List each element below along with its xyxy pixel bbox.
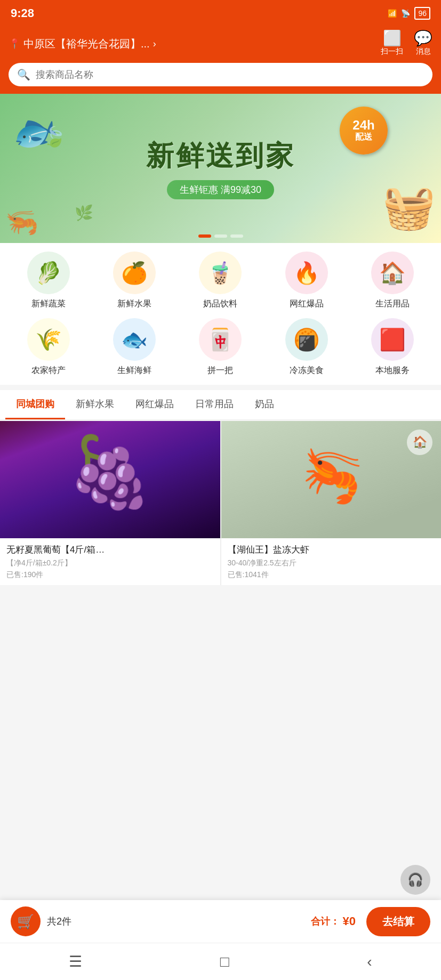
header-actions: ⬜ 扫一扫 💬 消息 — [381, 31, 432, 56]
cart-count: 共2件 — [47, 915, 311, 928]
chevron-right-icon: › — [153, 38, 156, 50]
checkout-button[interactable]: 去结算 — [366, 907, 430, 936]
cart-total-value: ¥0 — [343, 914, 356, 928]
product-name-0: 无籽夏黑葡萄【4斤/箱… — [6, 544, 214, 556]
search-input[interactable] — [36, 69, 424, 80]
tab-4[interactable]: 奶品 — [244, 390, 285, 419]
banner-title: 新鲜送到家 — [146, 137, 295, 175]
category-item-5[interactable]: 🌾 农家特产 — [5, 318, 91, 376]
banner[interactable]: 🐟 🍃 🌿 新鲜送到家 生鲜钜惠 满99减30 24h 配送 🧺 🦐 — [0, 94, 441, 243]
category-icon-9: 🟥 — [371, 318, 414, 361]
product-sub-1: 30-40/净重2.5左右斤 — [228, 558, 435, 568]
product-sales-0: 已售:190件 — [6, 570, 214, 580]
header: 📍 中原区【裕华光合花园】... › ⬜ 扫一扫 💬 消息 — [0, 27, 441, 63]
category-icon-1: 🍊 — [113, 252, 156, 294]
tab-2[interactable]: 网红爆品 — [125, 390, 185, 419]
category-label-6: 生鲜海鲜 — [117, 365, 151, 376]
product-card-1[interactable]: 🏠 【湖仙王】盐冻大虾 30-40/净重2.5左右斤 已售:1041件 — [221, 421, 442, 585]
category-item-1[interactable]: 🍊 新鲜水果 — [91, 252, 177, 310]
banner-badge-bottom: 配送 — [355, 132, 372, 143]
cart-total-label: 合计： — [311, 915, 340, 928]
category-icon-5: 🌾 — [27, 318, 70, 361]
category-label-2: 奶品饮料 — [203, 298, 237, 310]
menu-button[interactable]: ☰ — [53, 947, 98, 976]
category-item-2[interactable]: 🧋 奶品饮料 — [178, 252, 263, 310]
status-time: 9:28 — [11, 6, 34, 20]
tab-3[interactable]: 日常用品 — [185, 390, 244, 419]
message-button[interactable]: 💬 消息 — [414, 31, 432, 56]
product-info-0: 无籽夏黑葡萄【4斤/箱… 【净4斤/箱±0.2斤】 已售:190件 — [0, 538, 220, 585]
category-icon-7: 🀄 — [199, 318, 242, 361]
category-label-4: 生活用品 — [375, 298, 410, 310]
category-label-3: 网红爆品 — [290, 298, 324, 310]
product-home-icon-1: 🏠 — [407, 430, 432, 455]
category-icon-4: 🏠 — [371, 252, 414, 294]
search-icon: 🔍 — [17, 68, 30, 81]
location-pin-icon: 📍 — [9, 38, 20, 50]
category-label-5: 农家特产 — [31, 365, 66, 376]
battery-icon: 96 — [414, 7, 430, 20]
signal-icon: 📶 — [388, 9, 397, 18]
scan-label: 扫一扫 — [381, 47, 403, 56]
category-item-3[interactable]: 🔥 网红爆品 — [263, 252, 349, 310]
location-row[interactable]: 📍 中原区【裕华光合花园】... › — [9, 37, 381, 51]
category-label-8: 冷冻美食 — [290, 365, 324, 376]
category-item-7[interactable]: 🀄 拼一把 — [178, 318, 263, 376]
product-card-0[interactable]: 无籽夏黑葡萄【4斤/箱… 【净4斤/箱±0.2斤】 已售:190件 — [0, 421, 220, 585]
cart-icon: 🛒 — [11, 906, 41, 936]
banner-leaf1-icon: 🍃 — [43, 126, 67, 148]
category-item-9[interactable]: 🟥 本地服务 — [350, 318, 436, 376]
category-icon-6: 🐟 — [113, 318, 156, 361]
back-button[interactable]: ‹ — [351, 948, 388, 976]
category-icon-8: 🍘 — [285, 318, 328, 361]
banner-shrimp-icon: 🦐 — [5, 207, 38, 238]
products-grid: 无籽夏黑葡萄【4斤/箱… 【净4斤/箱±0.2斤】 已售:190件 🏠 【湖仙王… — [0, 421, 441, 585]
message-label: 消息 — [416, 47, 431, 56]
banner-dots — [198, 234, 243, 238]
location-text: 中原区【裕华光合花园】... — [23, 37, 150, 51]
product-sub-0: 【净4斤/箱±0.2斤】 — [6, 558, 214, 568]
category-item-4[interactable]: 🏠 生活用品 — [350, 252, 436, 310]
status-icons: 📶 📡 96 — [388, 7, 430, 20]
banner-leaf2-icon: 🌿 — [75, 204, 93, 222]
product-info-1: 【湖仙王】盐冻大虾 30-40/净重2.5左右斤 已售:1041件 — [221, 538, 442, 585]
scan-button[interactable]: ⬜ 扫一扫 — [381, 31, 403, 56]
product-image-1: 🏠 — [221, 421, 442, 538]
status-bar: 9:28 📶 📡 96 — [0, 0, 441, 27]
category-label-9: 本地服务 — [375, 365, 410, 376]
category-label-7: 拼一把 — [207, 365, 233, 376]
scan-icon: ⬜ — [383, 31, 402, 46]
search-container: 🔍 — [0, 63, 441, 94]
category-item-6[interactable]: 🐟 生鲜海鲜 — [91, 318, 177, 376]
category-grid: 🥬 新鲜蔬菜 🍊 新鲜水果 🧋 奶品饮料 🔥 网红爆品 🏠 生活用品 🌾 农家特… — [5, 252, 436, 376]
cart-bar: 🛒 共2件 合计： ¥0 去结算 — [0, 900, 441, 943]
tabs-container: 同城团购新鲜水果网红爆品日常用品奶品 — [0, 390, 441, 420]
tab-0[interactable]: 同城团购 — [5, 390, 65, 419]
category-item-0[interactable]: 🥬 新鲜蔬菜 — [5, 252, 91, 310]
category-icon-0: 🥬 — [27, 252, 70, 294]
home-button[interactable]: □ — [204, 948, 245, 976]
banner-dot-3 — [230, 234, 243, 238]
headset-button[interactable]: 🎧 — [400, 865, 430, 895]
wifi-icon: 📡 — [401, 9, 410, 18]
product-name-1: 【湖仙王】盐冻大虾 — [228, 544, 435, 556]
category-label-1: 新鲜水果 — [117, 298, 151, 310]
message-icon: 💬 — [414, 31, 432, 46]
banner-content: 新鲜送到家 生鲜钜惠 满99减30 — [146, 137, 295, 199]
banner-subtitle: 生鲜钜惠 满99减30 — [167, 180, 274, 199]
category-label-0: 新鲜蔬菜 — [31, 298, 66, 310]
category-section: 🥬 新鲜蔬菜 🍊 新鲜水果 🧋 奶品饮料 🔥 网红爆品 🏠 生活用品 🌾 农家特… — [0, 243, 441, 385]
banner-basket-icon: 🧺 — [382, 182, 436, 232]
banner-dot-2 — [214, 234, 227, 238]
category-icon-3: 🔥 — [285, 252, 328, 294]
category-icon-2: 🧋 — [199, 252, 242, 294]
tab-1[interactable]: 新鲜水果 — [65, 390, 125, 419]
search-box[interactable]: 🔍 — [9, 63, 432, 86]
banner-badge-top: 24h — [352, 119, 374, 132]
bottom-nav: ☰ □ ‹ — [0, 943, 441, 980]
banner-dot-1 — [198, 234, 211, 238]
category-item-8[interactable]: 🍘 冷冻美食 — [263, 318, 349, 376]
banner-badge: 24h 配送 — [340, 107, 388, 155]
product-image-0 — [0, 421, 220, 538]
product-sales-1: 已售:1041件 — [228, 570, 435, 580]
